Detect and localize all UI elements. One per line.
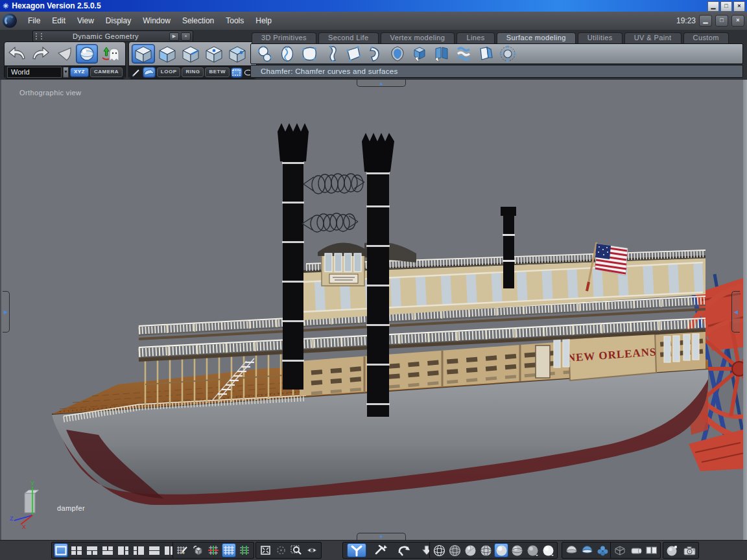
coons-patch-icon[interactable] xyxy=(299,45,319,64)
betw-button[interactable]: BETW xyxy=(205,67,230,77)
smooth-shield-icon[interactable] xyxy=(387,45,407,64)
bent-surface-icon[interactable] xyxy=(365,45,385,64)
tab-3d-primitives[interactable]: 3D Primitives xyxy=(252,32,316,43)
doc-maximize-icon[interactable]: □ xyxy=(715,15,728,27)
tab-lines[interactable]: Lines xyxy=(456,32,494,43)
grid-xy-plane-icon[interactable] xyxy=(222,543,236,557)
menu-display[interactable]: Display xyxy=(100,14,137,27)
render-sphere-icon[interactable] xyxy=(665,543,680,557)
thickness-icon[interactable] xyxy=(475,45,495,64)
dolphin-select-icon[interactable] xyxy=(143,67,156,78)
marquee-select-icon[interactable] xyxy=(231,67,242,78)
display-flat-icon[interactable] xyxy=(463,543,477,557)
collapse-handle-right[interactable]: ◀ xyxy=(731,291,740,332)
undo-icon[interactable] xyxy=(7,45,28,63)
blob-sculpt-icon[interactable] xyxy=(277,45,297,64)
dynamic-geometry-panel-titlebar[interactable]: Dynamic Geometry ▶ × xyxy=(32,30,193,42)
zoom-region-icon[interactable] xyxy=(289,543,303,557)
layout-top-wide-icon[interactable] xyxy=(85,543,99,557)
dynamic-geometry-sphere-icon[interactable] xyxy=(76,44,98,64)
select-face-cube-icon[interactable] xyxy=(156,45,178,63)
menu-window[interactable]: Window xyxy=(137,14,176,27)
menu-view[interactable]: View xyxy=(71,14,100,27)
center-selection-icon[interactable] xyxy=(274,543,288,557)
grid-xz-plane-icon[interactable] xyxy=(206,543,220,557)
menu-edit[interactable]: Edit xyxy=(46,14,71,27)
loop-button[interactable]: LOOP xyxy=(157,67,181,77)
manipulator-axes-icon[interactable] xyxy=(347,543,366,557)
grid-yz-plane-icon[interactable] xyxy=(237,543,252,557)
world-dropdown-arrow-icon[interactable]: ▼ xyxy=(63,67,69,78)
close-icon[interactable]: × xyxy=(733,1,745,12)
doc-minimize-icon[interactable]: ▁ xyxy=(699,15,712,27)
display-smooth-icon[interactable] xyxy=(494,543,508,557)
layout-left-wide-icon[interactable] xyxy=(116,543,130,557)
doc-close-icon[interactable]: × xyxy=(731,15,744,27)
menu-tools[interactable]: Tools xyxy=(220,14,250,27)
tab-vertex-modeling[interactable]: Vertex modeling xyxy=(381,32,455,43)
material-shaded-icon[interactable] xyxy=(580,543,594,557)
display-bright-icon[interactable] xyxy=(541,543,555,557)
title-bar[interactable]: ✳ Hexagon Version 2.5.0.5 ▁ □ × xyxy=(0,0,747,12)
pages-icon[interactable] xyxy=(644,543,658,557)
fold-surface-icon[interactable] xyxy=(431,45,451,64)
material-metaballs-icon[interactable] xyxy=(595,543,610,557)
extrude-box-icon[interactable] xyxy=(409,45,429,64)
display-hiddenline-icon[interactable] xyxy=(447,543,462,557)
eye-visibility-icon[interactable] xyxy=(305,543,319,557)
collapse-handle-top[interactable]: ▲ xyxy=(357,80,406,87)
layout-quad-icon[interactable] xyxy=(69,543,84,557)
layout-hsplit-icon[interactable] xyxy=(147,543,161,557)
drag-grip-icon[interactable] xyxy=(36,33,42,40)
layout-single-icon[interactable] xyxy=(54,543,68,557)
collapse-handle-left[interactable]: ▶ xyxy=(3,291,10,332)
select-object-cube-icon[interactable] xyxy=(132,44,155,64)
panel-expand-icon[interactable]: ▶ xyxy=(169,32,179,41)
tab-second-life[interactable]: Second Life xyxy=(318,32,379,43)
display-flat-wire-icon[interactable] xyxy=(479,543,493,557)
steamboat-model[interactable]: NEW ORLEANS xyxy=(1,80,747,540)
fan-surface-icon[interactable] xyxy=(53,45,73,63)
menu-selection[interactable]: Selection xyxy=(176,14,220,27)
tab-custom[interactable]: Custom xyxy=(683,32,729,43)
select-element-cube-icon[interactable] xyxy=(226,45,248,63)
orbit-sphere-icon[interactable] xyxy=(497,45,517,64)
material-clay-icon[interactable] xyxy=(564,543,578,557)
display-wireframe-icon[interactable] xyxy=(432,543,446,557)
tab-surface-modeling[interactable]: Surface modeling xyxy=(497,32,576,43)
collapse-handle-bottom[interactable]: ▼ xyxy=(357,533,406,540)
display-smooth-wire-icon[interactable] xyxy=(510,543,524,557)
translate-tool-icon[interactable] xyxy=(370,543,390,557)
select-vertex-cube-icon[interactable] xyxy=(203,45,225,63)
display-matcap-icon[interactable] xyxy=(525,543,540,557)
layout-bottom-wide-icon[interactable] xyxy=(101,543,115,557)
menu-file[interactable]: File xyxy=(22,14,46,27)
world-dropdown[interactable]: World xyxy=(7,67,62,78)
rotate-tool-icon[interactable] xyxy=(394,543,413,557)
wire-box-icon[interactable] xyxy=(613,543,627,557)
layered-waves-icon[interactable] xyxy=(453,45,473,64)
menu-help[interactable]: Help xyxy=(250,14,278,27)
viewport-3d[interactable]: NEW ORLEANS xyxy=(0,80,747,540)
layout-right-wide-icon[interactable] xyxy=(132,543,146,557)
curved-column-icon[interactable] xyxy=(321,45,341,64)
panel-close-icon[interactable]: × xyxy=(181,32,191,41)
cylinder-roll-icon[interactable] xyxy=(628,543,643,557)
bezier-patch-icon[interactable] xyxy=(343,45,363,64)
grid-snap-box-icon[interactable] xyxy=(191,543,205,557)
render-camera-icon[interactable] xyxy=(682,543,696,557)
xyz-button[interactable]: XYZ xyxy=(70,67,89,77)
minimize-icon[interactable]: ▁ xyxy=(707,1,719,12)
paintbrush-select-icon[interactable] xyxy=(132,67,141,77)
camera-button[interactable]: CAMERA xyxy=(90,67,123,77)
grid-edit-icon[interactable] xyxy=(175,543,189,557)
organic-blobs-icon[interactable] xyxy=(255,45,275,64)
tab-uv-paint[interactable]: UV & Paint xyxy=(624,32,682,43)
ring-button[interactable]: RING xyxy=(182,67,204,77)
redo-icon[interactable] xyxy=(30,45,51,63)
tab-utilities[interactable]: Utilities xyxy=(578,32,622,43)
select-edge-cube-icon[interactable] xyxy=(180,45,202,63)
ghost-mode-icon[interactable] xyxy=(100,45,123,63)
maximize-icon[interactable]: □ xyxy=(720,1,732,12)
fit-view-icon[interactable] xyxy=(258,543,272,557)
